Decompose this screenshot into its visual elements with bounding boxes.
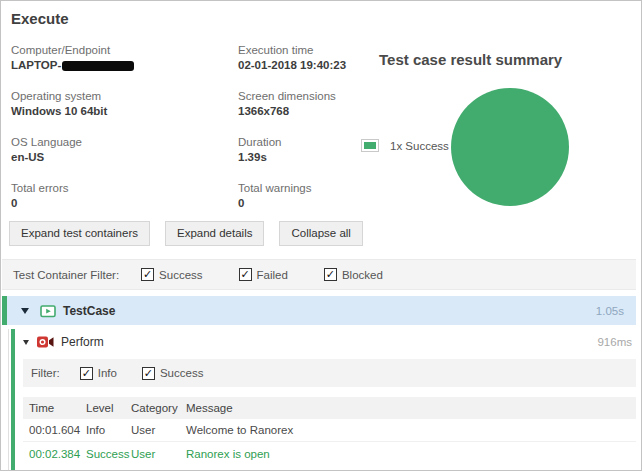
log-table-row: 00:01.604 Info User Welcome to Ranorex: [23, 419, 636, 442]
checkbox-checked-icon: [141, 268, 154, 281]
perform-module-container: Perform 916ms Filter: Info Success Time: [11, 329, 641, 471]
recording-module-icon: [37, 336, 54, 348]
log-level: Success: [86, 448, 131, 460]
log-message: Welcome to Ranorex: [186, 424, 636, 436]
log-filter-label: Filter:: [31, 367, 60, 379]
checkbox-checked-icon: [142, 367, 155, 380]
report-header: Execute: [1, 1, 641, 27]
checkbox-checked-icon: [80, 367, 93, 380]
report-toolbar: Expand test containers Expand details Co…: [9, 221, 641, 246]
log-filter-checkbox-info[interactable]: Info: [80, 367, 117, 380]
test-container-filter-bar: Test Container Filter: Success Failed Bl…: [2, 259, 636, 290]
log-time: 00:01.604: [29, 424, 86, 436]
column-header-time: Time: [29, 402, 86, 414]
testcase-body: Perform 916ms Filter: Info Success Time: [8, 329, 641, 471]
log-table-row: 00:02.384 Success User Ranorex is open: [23, 442, 636, 465]
column-header-message: Message: [186, 402, 636, 414]
redacted-computer-name: [62, 61, 134, 71]
log-time: 00:02.384: [29, 448, 86, 460]
log-level: Info: [86, 424, 131, 436]
field-total-errors: Total errors 0: [11, 181, 238, 211]
field-computer-endpoint: Computer/Endpoint LAPTOP-: [11, 43, 238, 73]
field-os-language: OS Language en-US: [11, 135, 238, 165]
log-filter-bar: Filter: Info Success: [23, 359, 636, 387]
container-filter-checkbox-success[interactable]: Success: [141, 268, 202, 281]
container-filter-checkbox-blocked[interactable]: Blocked: [324, 268, 383, 281]
execution-summary-area: Computer/Endpoint LAPTOP- Execution time…: [1, 43, 641, 215]
pie-legend-success: 1x Success: [361, 139, 449, 152]
expand-details-button[interactable]: Expand details: [165, 221, 264, 246]
pie-chart-success-slice: [451, 88, 569, 206]
checkbox-checked-icon: [324, 268, 337, 281]
test-case-result-summary: Test case result summary 1x Success: [351, 43, 641, 215]
page-title: Execute: [11, 10, 631, 27]
perform-module-name: Perform: [61, 335, 104, 349]
column-header-category: Category: [131, 402, 186, 414]
collapse-all-button[interactable]: Collapse all: [279, 221, 362, 246]
collapse-expander-icon[interactable]: [21, 308, 29, 314]
column-header-level: Level: [86, 402, 131, 414]
execute-report-page: Execute Computer/Endpoint LAPTOP- Execut…: [0, 0, 642, 471]
log-table: Time Level Category Message 00:01.604 In…: [23, 397, 636, 465]
testcase-duration: 1.05s: [596, 305, 636, 317]
container-filter-checkbox-failed[interactable]: Failed: [239, 268, 288, 281]
log-filter-checkbox-success[interactable]: Success: [142, 367, 203, 380]
testcase-name: TestCase: [63, 304, 115, 318]
log-category: User: [131, 448, 186, 460]
log-category: User: [131, 424, 186, 436]
testcase-icon: [40, 304, 56, 318]
collapse-expander-icon[interactable]: [23, 340, 29, 345]
expand-test-containers-button[interactable]: Expand test containers: [9, 221, 150, 246]
log-table-header: Time Level Category Message: [23, 397, 636, 419]
computer-name-prefix: LAPTOP-: [11, 59, 61, 71]
log-message: Ranorex is open: [186, 448, 636, 460]
legend-swatch-icon: [361, 139, 379, 152]
pie-chart-title: Test case result summary: [379, 51, 562, 68]
field-operating-system: Operating system Windows 10 64bit: [11, 89, 238, 119]
checkbox-checked-icon: [239, 268, 252, 281]
container-filter-label: Test Container Filter:: [13, 269, 119, 281]
perform-duration: 916ms: [597, 336, 641, 348]
perform-module-row[interactable]: Perform 916ms: [15, 329, 641, 355]
legend-label: 1x Success: [390, 140, 449, 152]
testcase-container-row[interactable]: TestCase 1.05s: [2, 296, 636, 325]
